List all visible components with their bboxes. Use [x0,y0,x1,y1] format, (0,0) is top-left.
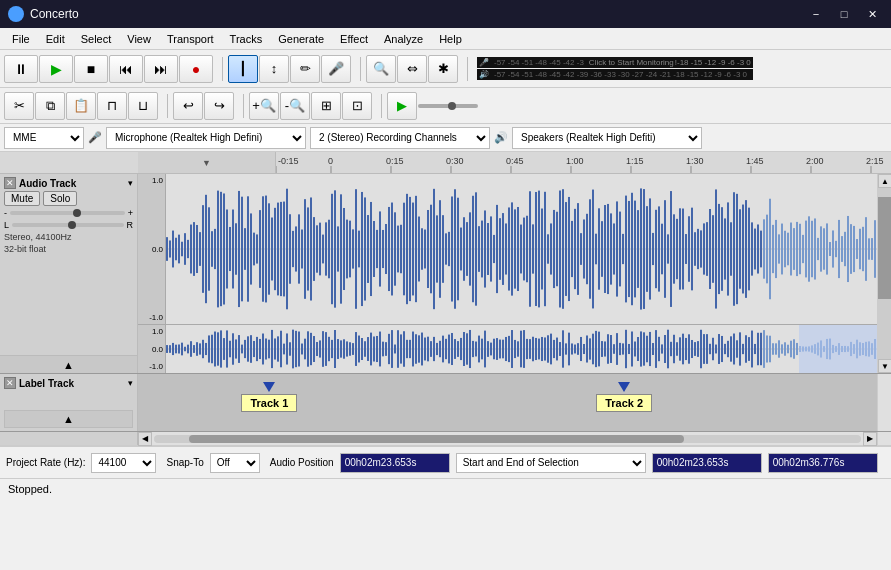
label-flag-track1 [263,382,275,392]
ruler-marker: ▼ [202,158,211,168]
zoom-out-btn2[interactable]: -🔍 [280,92,310,120]
time-shift-button[interactable]: ⇔ [397,55,427,83]
selection-start-input[interactable] [652,453,762,473]
menu-transport[interactable]: Transport [159,31,222,47]
speaker-select[interactable]: Speakers (Realtek High Defiti) [512,127,702,149]
undo-redo-group: ↩ ↪ [173,92,234,120]
skip-end-button[interactable]: ⏭ [144,55,178,83]
pause-button[interactable]: ⏸ [4,55,38,83]
speed-slider[interactable] [418,104,478,108]
snap-to-label: Snap-To [166,457,203,468]
label-track-dropdown[interactable]: ▾ [128,378,133,388]
menu-file[interactable]: File [4,31,38,47]
status-bar: Project Rate (Hz): 44100 Snap-To Off Aud… [0,446,891,478]
zoom-in-btn2[interactable]: +🔍 [249,92,279,120]
audio-position-input[interactable] [340,453,450,473]
menu-tracks[interactable]: Tracks [222,31,271,47]
trim-button[interactable]: ⊓ [97,92,127,120]
timeline-ruler[interactable]: ▼ -0:15 0 0:15 0:30 0:45 1:00 1:15 1:30 … [0,152,891,174]
play-at-speed-btn[interactable]: ▶ [387,92,417,120]
track-dropdown-btn[interactable]: ▾ [128,178,133,188]
close-button[interactable]: ✕ [861,3,883,25]
track-expand-btn[interactable]: ▲ [0,355,137,373]
waveform-canvas-bottom-element [166,325,877,373]
hscroll-thumb[interactable] [189,435,684,443]
label-marker-track2[interactable]: Track 2 [596,382,652,412]
click-to-monitor[interactable]: Click to Start Monitoring [589,58,674,67]
hscroll-right[interactable]: ▶ [863,432,877,446]
ruler-ticks-area[interactable]: -0:15 0 0:15 0:30 0:45 1:00 1:15 1:30 1:… [276,152,891,173]
vu-meter-input[interactable]: 🎤 -57 -54 -51 -48 -45 -42 -3 Click to St… [477,57,753,80]
hscroll-area[interactable]: ◀ ▶ [138,432,877,445]
gain-slider[interactable] [10,211,125,215]
vscroll-down[interactable]: ▼ [878,359,891,373]
solo-button[interactable]: Solo [43,191,77,206]
mute-solo-row: Mute Solo [4,191,133,206]
skip-start-button[interactable]: ⏮ [109,55,143,83]
waveform-top-channel: 1.0 0.0 -1.0 [138,174,877,325]
minimize-button[interactable]: − [805,3,827,25]
label-marker-track1[interactable]: Track 1 [241,382,297,412]
vscroll-up[interactable]: ▲ [878,174,891,188]
selection-type-select[interactable]: Start and End of Selection [456,453,646,473]
gain-max-label: + [128,208,133,218]
multi-tool-button[interactable]: ✱ [428,55,458,83]
waveform-canvas-top[interactable] [166,174,877,324]
hscroll-track[interactable] [154,435,861,443]
menu-edit[interactable]: Edit [38,31,73,47]
zoom-sel-btn[interactable]: ⊡ [342,92,372,120]
menu-select[interactable]: Select [73,31,120,47]
label-track-close[interactable]: ✕ [4,377,16,389]
label-track-expand[interactable]: ▲ [4,410,133,428]
scale-top-neg1: -1.0 [140,313,163,322]
hscroll-spacer [0,432,138,445]
zoom-fit-btn[interactable]: ⊞ [311,92,341,120]
envelope-tool-button[interactable]: ↕ [259,55,289,83]
sep2 [360,57,361,81]
maximize-button[interactable]: □ [833,3,855,25]
gain-row: - + [4,208,133,218]
playback-speed-group: ▶ [387,92,478,120]
vscroll-track[interactable] [878,188,891,359]
redo-button[interactable]: ↪ [204,92,234,120]
menu-generate[interactable]: Generate [270,31,332,47]
vscroll-thumb[interactable] [878,197,891,300]
selection-end-input[interactable] [768,453,878,473]
hscroll-left[interactable]: ◀ [138,432,152,446]
label-flag-track2 [618,382,630,392]
project-rate-select[interactable]: 44100 [91,453,156,473]
silence-button[interactable]: ⊔ [128,92,158,120]
host-select[interactable]: MME [4,127,84,149]
waveform-canvas-bottom[interactable] [166,325,877,373]
zoom-in-button[interactable]: 🔍 [366,55,396,83]
mic-tool-button[interactable]: 🎤 [321,55,351,83]
track-info: Stereo, 44100Hz 32-bit float [4,232,133,255]
cut-button[interactable]: ✂ [4,92,34,120]
menu-effect[interactable]: Effect [332,31,376,47]
snap-to-select[interactable]: Off [210,453,260,473]
pan-slider[interactable] [12,223,123,227]
record-button[interactable]: ● [179,55,213,83]
paste-button[interactable]: 📋 [66,92,96,120]
svg-text:0:30: 0:30 [446,156,464,166]
stop-button[interactable]: ■ [74,55,108,83]
copy-button[interactable]: ⧉ [35,92,65,120]
menu-help[interactable]: Help [431,31,470,47]
vscroll-main[interactable]: ▲ ▼ [877,174,891,373]
sep4 [167,94,168,118]
track-close-btn[interactable]: ✕ [4,177,16,189]
track-control-inner: ✕ Audio Track ▾ Mute Solo - + L R [0,174,137,355]
bottom-status-bar: Stopped. [0,478,891,498]
label-track-waveform[interactable]: Track 1 Track 2 [138,374,877,431]
play-button[interactable]: ▶ [39,55,73,83]
undo-button[interactable]: ↩ [173,92,203,120]
menu-view[interactable]: View [119,31,159,47]
selection-tool-button[interactable]: ┃ [228,55,258,83]
waveform-display[interactable]: 1.0 0.0 -1.0 [138,174,877,373]
mute-button[interactable]: Mute [4,191,40,206]
menu-analyze[interactable]: Analyze [376,31,431,47]
mic-select[interactable]: Microphone (Realtek High Defini) [106,127,306,149]
draw-tool-button[interactable]: ✏ [290,55,320,83]
channels-select[interactable]: 2 (Stereo) Recording Channels [310,127,490,149]
label-track-header: ✕ Label Track ▾ [4,377,133,389]
